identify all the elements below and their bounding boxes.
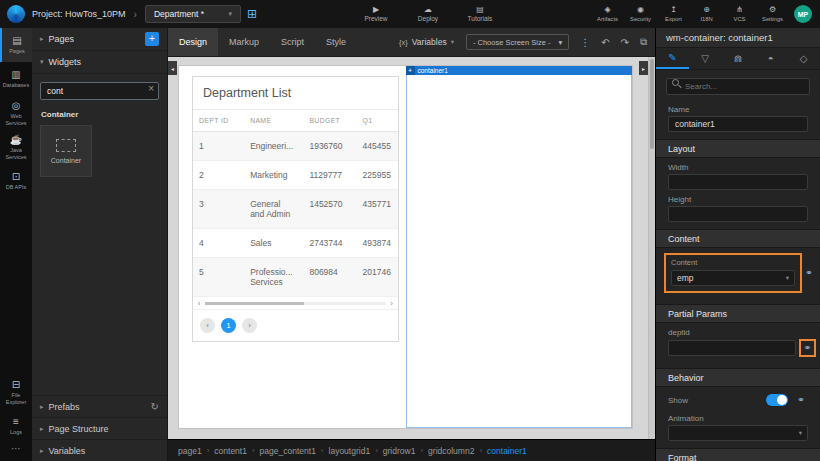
behavior-section-header[interactable]: Behavior xyxy=(656,368,820,387)
show-toggle[interactable] xyxy=(766,394,788,406)
rail-item-db-apis[interactable]: ⊡ DB APIs xyxy=(0,164,32,198)
security-label: Security xyxy=(630,15,651,23)
table-row[interactable]: 5 Professio... Services 806984 201746 xyxy=(193,258,398,297)
animation-select[interactable]: ▾ xyxy=(668,425,808,441)
pagination-next-button[interactable]: › xyxy=(242,318,257,333)
preview-button[interactable]: ▶ Preview xyxy=(352,0,400,28)
variables-section[interactable]: ▸ Variables xyxy=(32,439,167,461)
pagination-page-1-button[interactable]: 1 xyxy=(221,318,236,333)
rail-java-services-label: Java Services xyxy=(1,147,31,160)
table-row[interactable]: 3 General and Admin 1452570 435771 xyxy=(193,190,398,229)
deptid-field[interactable] xyxy=(668,340,796,356)
bind-show-icon[interactable]: ⚭ xyxy=(794,395,808,405)
widgets-panel-header[interactable]: ▾ Widgets xyxy=(32,51,167,74)
width-field[interactable] xyxy=(668,174,808,190)
tab-markup[interactable]: Markup xyxy=(218,28,270,56)
breadcrumb-item[interactable]: content1 xyxy=(214,446,247,456)
tab-design[interactable]: Design xyxy=(168,28,218,56)
export-button[interactable]: ↥ Export xyxy=(658,0,689,28)
refresh-icon[interactable]: ↻ xyxy=(151,401,159,412)
user-avatar[interactable]: MP xyxy=(794,5,812,23)
rail-item-web-services[interactable]: ◎ Web Services xyxy=(0,96,32,130)
page-structure-section[interactable]: ▸ Page Structure xyxy=(32,417,167,439)
rail-item-file-explorer[interactable]: ⊟ File Explorer xyxy=(0,375,32,409)
tutorials-button[interactable]: ▤ Tutorials xyxy=(456,0,504,28)
variables-dropdown[interactable]: {x} Variables ▾ xyxy=(399,37,454,47)
save-icon[interactable]: ⧉ xyxy=(640,36,647,48)
table-row[interactable]: 1 Engineeri... 1936760 445455 xyxy=(193,132,398,161)
tab-events[interactable]: ⋒ xyxy=(722,48,755,69)
scroll-left-icon[interactable]: ‹ xyxy=(193,299,205,308)
cell: 493874 xyxy=(357,229,398,258)
table-row[interactable]: 2 Marketing 1129777 225955 xyxy=(193,161,398,190)
settings-button[interactable]: ⚙ Settings xyxy=(757,0,788,28)
add-page-button[interactable]: + xyxy=(145,32,159,46)
content-section-header[interactable]: Content xyxy=(656,229,820,248)
kebab-menu-icon[interactable]: ⋮ xyxy=(580,37,590,48)
scroll-thumb[interactable] xyxy=(205,302,304,305)
breadcrumb-item[interactable]: page_content1 xyxy=(260,446,316,456)
deploy-button[interactable]: ☁ Deploy xyxy=(404,0,452,28)
tab-messages[interactable]: ◓ xyxy=(754,48,787,69)
tab-styles[interactable]: ▽ xyxy=(689,48,722,69)
caret-down-icon: ▾ xyxy=(451,38,454,46)
vcs-button[interactable]: ⋔ VCS xyxy=(724,0,755,28)
i18n-button[interactable]: ⊕ I18N xyxy=(691,0,722,28)
pagination-prev-button[interactable]: ‹ xyxy=(200,318,215,333)
dashboard-grid-icon[interactable]: ⊞ xyxy=(247,7,257,21)
pages-panel-header[interactable]: ▸ Pages + xyxy=(32,28,167,51)
redo-icon[interactable]: ↷ xyxy=(621,37,629,48)
height-field[interactable] xyxy=(668,206,808,222)
collapse-right-panel-handle[interactable]: ▸ xyxy=(639,61,648,75)
collapse-left-panel-handle[interactable]: ◂ xyxy=(168,61,177,75)
clear-search-icon[interactable]: × xyxy=(148,83,154,94)
caret-down-icon: ▾ xyxy=(786,274,789,282)
department-list-card: Department List DEPT ID NAME BUDGET Q1 xyxy=(192,76,399,342)
canvas-toolbar: Design Markup Script Style {x} Variables… xyxy=(168,28,655,57)
add-widget-icon[interactable]: + xyxy=(406,66,415,75)
table-horizontal-scrollbar[interactable]: ‹ › xyxy=(193,297,398,310)
layout-section-header[interactable]: Layout xyxy=(656,139,820,158)
rail-item-logs[interactable]: ≡ Logs xyxy=(0,409,32,443)
container-selection-header[interactable]: + container1 xyxy=(406,66,633,75)
selected-container-widget[interactable]: + container1 xyxy=(406,66,633,428)
container-widget-tile[interactable]: Container xyxy=(40,125,92,177)
content-select[interactable]: emp ▾ xyxy=(671,270,795,286)
prefabs-section[interactable]: ▸ Prefabs ↻ xyxy=(32,395,167,417)
breadcrumb-item-current[interactable]: container1 xyxy=(487,446,527,456)
rail-item-databases[interactable]: ▥ Databases xyxy=(0,62,32,96)
security-button[interactable]: ◉ Security xyxy=(625,0,656,28)
widget-category-label: Container xyxy=(32,106,167,122)
artifacts-button[interactable]: ◈ Artifacts xyxy=(592,0,623,28)
name-field[interactable] xyxy=(668,116,808,132)
partial-params-section-header[interactable]: Partial Params xyxy=(656,304,820,323)
tab-style[interactable]: Style xyxy=(315,28,357,56)
styles-icon: ▽ xyxy=(701,53,709,64)
properties-search-input[interactable] xyxy=(666,78,810,95)
more-menu-icon[interactable]: ⋯ xyxy=(0,443,32,461)
rail-item-java-services[interactable]: ☕ Java Services xyxy=(0,130,32,164)
breadcrumb-item[interactable]: gridcolumn2 xyxy=(428,446,474,456)
tab-script[interactable]: Script xyxy=(270,28,315,56)
export-icon: ↥ xyxy=(670,5,677,15)
undo-icon[interactable]: ↶ xyxy=(601,37,609,48)
rail-item-pages[interactable]: ▤ Pages xyxy=(0,28,32,62)
breadcrumb-item[interactable]: layoutgrid1 xyxy=(329,446,371,456)
breadcrumb-item[interactable]: page1 xyxy=(178,446,202,456)
app-logo-icon[interactable] xyxy=(7,5,25,23)
bind-content-icon[interactable]: ⚭ xyxy=(802,268,816,278)
rail-logs-label: Logs xyxy=(10,429,22,436)
bind-deptid-icon[interactable]: ⚭ xyxy=(799,339,816,357)
tab-properties[interactable]: ✎ xyxy=(656,48,689,69)
page-selector[interactable]: Department * ▾ xyxy=(145,5,241,23)
page-left-column: Department List DEPT ID NAME BUDGET Q1 xyxy=(179,66,406,428)
format-section-header[interactable]: Format xyxy=(656,448,820,461)
screen-size-select[interactable]: - Choose Screen Size - ▾ xyxy=(466,34,569,50)
scroll-right-icon[interactable]: › xyxy=(386,299,398,308)
tab-security[interactable]: ◇ xyxy=(787,48,820,69)
widget-search-input[interactable] xyxy=(40,82,159,100)
breadcrumb-item[interactable]: gridrow1 xyxy=(383,446,416,456)
table-row[interactable]: 4 Sales 2743744 493874 xyxy=(193,229,398,258)
artifacts-label: Artifacts xyxy=(597,15,618,23)
canvas-scrollbar[interactable] xyxy=(648,57,655,439)
